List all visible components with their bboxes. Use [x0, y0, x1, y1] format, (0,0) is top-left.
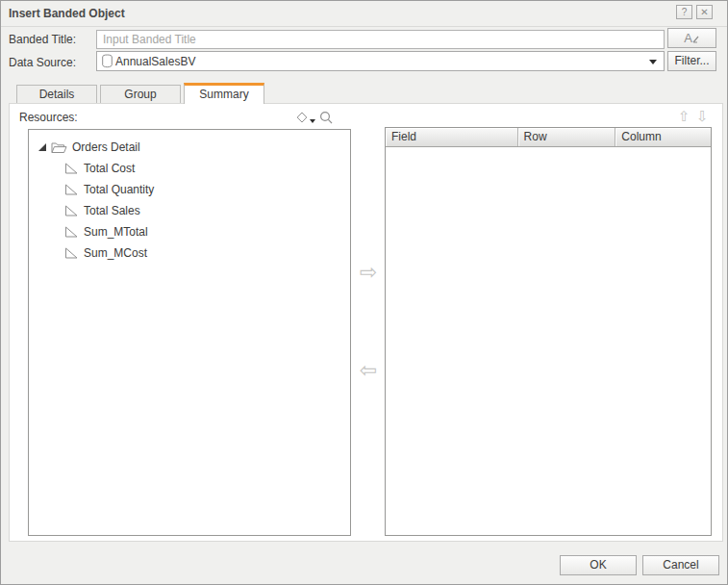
column-header-field[interactable]: Field	[386, 128, 518, 146]
font-letter: A	[684, 31, 692, 45]
data-source-value: AnnualSalesBV	[115, 55, 195, 68]
title-bar: Insert Banded Object ? ✕	[1, 1, 727, 27]
font-slash-icon	[692, 35, 700, 43]
tree-leaf-sum-mtotal[interactable]: Sum_MTotal	[29, 221, 350, 242]
summary-field-icon	[63, 225, 79, 239]
tree-leaf-label: Total Sales	[84, 204, 140, 217]
ok-button[interactable]: OK	[560, 555, 637, 575]
move-down-button[interactable]: ⇩	[696, 108, 709, 125]
column-header-row[interactable]: Row	[518, 128, 616, 146]
summary-field-icon	[63, 162, 79, 175]
filter-button[interactable]: Filter...	[667, 51, 716, 71]
dialog-title: Insert Banded Object	[9, 7, 125, 20]
sort-caret-icon[interactable]	[310, 119, 315, 123]
font-style-button[interactable]: A	[667, 28, 716, 48]
tree-node-orders-detail[interactable]: Orders Detail	[29, 137, 350, 158]
tree-node-label: Orders Detail	[72, 140, 140, 154]
summary-table-header: Field Row Column	[386, 128, 711, 147]
summary-tab-panel: Resources: Orders Detail	[9, 103, 723, 542]
summary-field-icon	[63, 204, 79, 217]
data-source-label: Data Source:	[9, 56, 76, 69]
resources-label: Resources:	[19, 111, 78, 124]
tab-group[interactable]: Group	[100, 85, 181, 104]
tab-details[interactable]: Details	[16, 85, 97, 104]
help-button[interactable]: ?	[676, 5, 692, 19]
resources-tree-panel: Orders Detail Total Cost Total Quantity …	[28, 129, 351, 536]
expand-arrow-icon[interactable]	[38, 142, 47, 152]
summary-fields-panel: Field Row Column	[385, 127, 712, 536]
tree-leaf-label: Total Quantity	[84, 183, 154, 196]
search-icon[interactable]	[319, 111, 334, 125]
banded-title-input[interactable]	[96, 30, 665, 49]
tree-leaf-total-quantity[interactable]: Total Quantity	[29, 179, 350, 200]
dropdown-arrow-icon[interactable]	[649, 60, 657, 64]
move-up-button[interactable]: ⇧	[678, 108, 690, 125]
cancel-button[interactable]: Cancel	[642, 555, 719, 575]
summary-field-icon	[63, 183, 79, 196]
tree-leaf-label: Sum_MCost	[84, 246, 147, 260]
tree-leaf-total-sales[interactable]: Total Sales	[29, 200, 350, 221]
tab-summary[interactable]: Summary	[184, 83, 264, 104]
close-button[interactable]: ✕	[696, 5, 713, 19]
sort-icon[interactable]	[296, 112, 308, 124]
add-field-button[interactable]: ⇨	[356, 260, 381, 284]
remove-field-button[interactable]: ⇦	[356, 358, 381, 382]
column-header-column[interactable]: Column	[615, 128, 711, 146]
summary-field-icon	[63, 246, 79, 260]
folder-open-icon	[51, 141, 67, 154]
insert-banded-object-dialog: Insert Banded Object ? ✕ Banded Title: A…	[0, 0, 728, 585]
data-source-combobox[interactable]: AnnualSalesBV	[96, 51, 665, 71]
tree-leaf-label: Total Cost	[84, 162, 135, 175]
tree-leaf-label: Sum_MTotal	[84, 225, 148, 239]
database-icon	[101, 54, 113, 68]
banded-title-label: Banded Title:	[9, 33, 76, 46]
tree-leaf-sum-mcost[interactable]: Sum_MCost	[29, 242, 350, 264]
tree-leaf-total-cost[interactable]: Total Cost	[29, 158, 350, 179]
resources-tree: Orders Detail Total Cost Total Quantity …	[29, 130, 350, 264]
